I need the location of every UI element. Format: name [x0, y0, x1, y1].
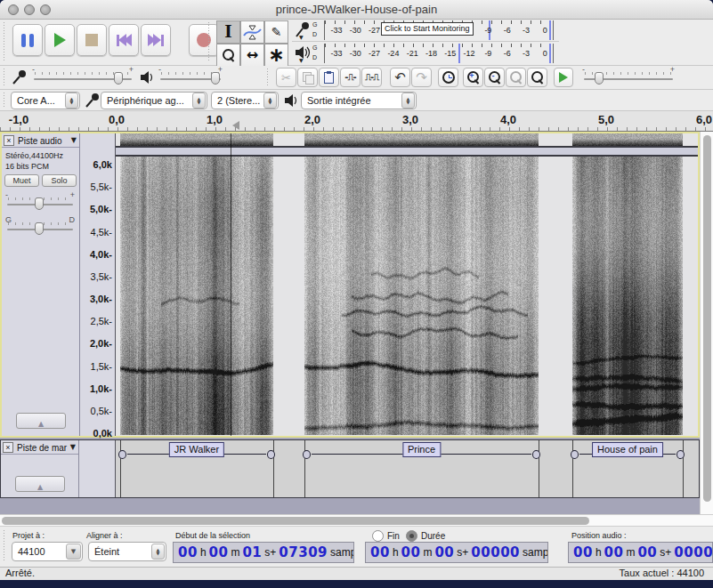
track-menu-icon[interactable]: ▼: [70, 443, 76, 451]
label-text[interactable]: JR Walker: [169, 442, 224, 457]
time-digits[interactable]: 00: [209, 544, 229, 560]
zoom-toggle-button[interactable]: [438, 68, 458, 87]
playback-meter[interactable]: ▼ GD -33-30-27-24-21-18-15-12-9-6-30: [292, 43, 559, 65]
time-digits[interactable]: 07309: [279, 544, 328, 560]
playback-volume-slider[interactable]: - +: [160, 68, 221, 86]
playback-device-select[interactable]: Sortie intégrée ▲▼: [301, 92, 417, 109]
track-name[interactable]: Piste audio: [18, 136, 61, 146]
solo-button[interactable]: Solo: [42, 174, 77, 187]
track-name[interactable]: Piste de mar: [17, 443, 67, 453]
slider-thumb[interactable]: [595, 72, 604, 85]
time-digits[interactable]: 00: [637, 544, 657, 560]
label-handle[interactable]: [303, 448, 311, 460]
toolbar-grip[interactable]: [2, 530, 7, 561]
stop-button[interactable]: [77, 24, 107, 56]
recording-channels-select[interactable]: 2 (Stere... ▲▼: [211, 92, 279, 109]
toolbar-grip[interactable]: [2, 68, 7, 86]
label-handle[interactable]: [677, 448, 685, 460]
copy-button[interactable]: [297, 68, 318, 87]
monitoring-tooltip[interactable]: Click to Start Monitoring: [381, 22, 474, 36]
toolbar-grip[interactable]: [2, 22, 7, 62]
slider-thumb[interactable]: [211, 72, 220, 85]
collapse-track-button[interactable]: ▲: [16, 413, 66, 429]
scrollbar-thumb[interactable]: [703, 135, 711, 502]
close-track-button[interactable]: ×: [4, 135, 14, 146]
slider-thumb[interactable]: [35, 197, 44, 210]
trim-audio-button[interactable]: -⎍-: [340, 68, 361, 87]
zoom-in-button[interactable]: +: [463, 68, 483, 87]
mute-button[interactable]: Muet: [4, 174, 39, 187]
pause-button[interactable]: [12, 24, 43, 56]
label-handle[interactable]: [571, 448, 579, 460]
vertical-scrollbar[interactable]: [700, 132, 713, 514]
length-radio[interactable]: [406, 530, 417, 542]
recording-volume-slider[interactable]: - +: [34, 68, 132, 86]
label-text[interactable]: Prince: [402, 442, 441, 457]
record-button[interactable]: [189, 24, 219, 56]
multi-tool-button[interactable]: ∗: [264, 44, 288, 67]
close-track-button[interactable]: ×: [3, 442, 13, 453]
time-digits[interactable]: 00000: [471, 544, 520, 560]
label-text[interactable]: House of pain: [592, 442, 663, 457]
label-handle[interactable]: [532, 448, 540, 460]
toolbar-grip[interactable]: [265, 68, 271, 86]
time-digits[interactable]: 00: [178, 544, 198, 560]
zoom-tool-button[interactable]: [216, 44, 240, 67]
play-at-speed-button[interactable]: [554, 68, 573, 87]
label-handle[interactable]: [267, 448, 275, 460]
timeshift-tool-button[interactable]: ↔: [240, 44, 264, 67]
audio-position-time[interactable]: 00h00m00s+00000samples▾: [568, 542, 713, 563]
time-digits[interactable]: 00000: [674, 544, 713, 560]
selection-length-time[interactable]: 00h00m00s+00000samples▾: [365, 542, 548, 563]
length-radio-label[interactable]: Durée: [421, 531, 445, 541]
time-digits[interactable]: 00: [604, 544, 624, 560]
recording-meter[interactable]: ▼ GD -33-30-27-9-6-30 Click to Start Mon…: [292, 20, 559, 42]
meter-dropdown-icon[interactable]: ▼: [299, 57, 304, 63]
play-meter-scale[interactable]: -33-30-27-24-21-18-15-12-9-6-30: [324, 44, 554, 63]
play-button[interactable]: [45, 24, 75, 56]
collapse-track-button[interactable]: ▲: [15, 476, 65, 492]
label-handle[interactable]: [118, 448, 126, 460]
redo-button[interactable]: ↷: [411, 68, 432, 87]
time-digits[interactable]: 00: [573, 544, 593, 560]
selection-start-time[interactable]: 00h00m01s+07309samples▾: [173, 542, 354, 563]
time-digits[interactable]: 00: [370, 544, 390, 560]
recording-device-select[interactable]: Périphérique ag... ▲▼: [101, 92, 207, 109]
silence-audio-button[interactable]: ⎍-⎍: [361, 68, 382, 87]
time-digits[interactable]: 00: [401, 544, 421, 560]
gain-slider[interactable]: - +: [7, 194, 73, 212]
time-digits[interactable]: 00: [434, 544, 454, 560]
timeline-ruler[interactable]: -1,00,01,02,03,04,05,06,0: [0, 111, 713, 132]
snap-select[interactable]: Éteint ▲▼: [88, 542, 166, 561]
slider-thumb[interactable]: [114, 72, 123, 85]
envelope-tool-button[interactable]: [240, 20, 264, 44]
playback-speed-slider[interactable]: - +: [584, 68, 673, 86]
time-digits[interactable]: 01: [242, 544, 262, 560]
horizontal-scrollbar[interactable]: [0, 514, 713, 527]
end-radio[interactable]: [372, 530, 384, 542]
draw-tool-button[interactable]: ✎: [264, 20, 288, 44]
undo-button[interactable]: ↶: [390, 68, 410, 87]
pan-slider[interactable]: G D: [7, 219, 73, 237]
frequency-ruler[interactable]: 6,0k5,5k-5,0k-4,5k-4,0k-3,5k-3,0k-2,5k-2…: [80, 133, 116, 436]
toolbar-grip[interactable]: [2, 93, 7, 108]
end-radio-label[interactable]: Fin: [387, 531, 400, 541]
meter-dropdown-icon[interactable]: ▼: [299, 34, 304, 40]
playhead-marker[interactable]: [232, 121, 239, 130]
cut-button[interactable]: ✂: [276, 68, 296, 87]
scrollbar-thumb[interactable]: [2, 517, 589, 525]
selection-tool-button[interactable]: I: [216, 20, 240, 44]
skip-end-button[interactable]: [141, 24, 171, 56]
fit-project-button[interactable]: [527, 68, 547, 87]
skip-start-button[interactable]: [109, 24, 139, 56]
track-menu-icon[interactable]: ▼: [71, 136, 77, 144]
label-track-content[interactable]: JR WalkerPrinceHouse of pain: [115, 440, 699, 497]
audio-host-select[interactable]: Core A... ▲▼: [11, 92, 80, 109]
paste-button[interactable]: [319, 68, 339, 87]
slider-thumb[interactable]: [35, 222, 44, 235]
fit-selection-button[interactable]: [506, 68, 526, 87]
project-rate-select[interactable]: 44100 ▼: [12, 542, 83, 561]
zoom-out-button[interactable]: -: [484, 68, 505, 87]
spectrogram[interactable]: [116, 133, 698, 436]
toolbar-grip[interactable]: [207, 22, 212, 62]
